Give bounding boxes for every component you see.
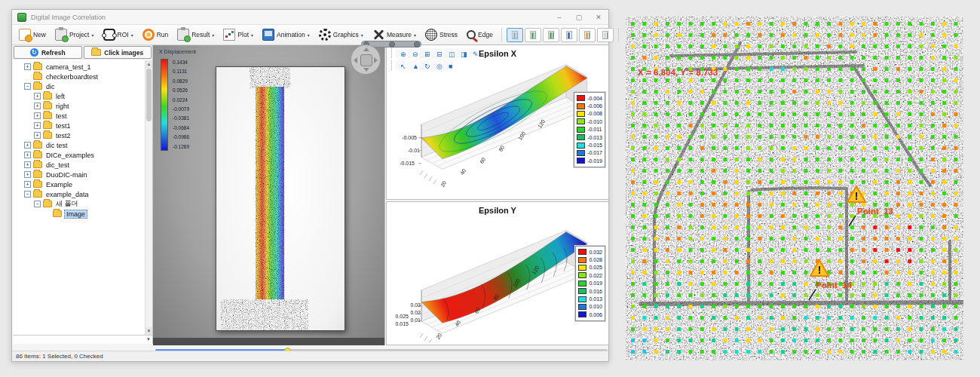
measurement-dot: [642, 22, 646, 26]
tree-item-right[interactable]: +right: [13, 101, 145, 111]
select-icon[interactable]: ↖: [395, 60, 406, 70]
layout-button-6[interactable]: [597, 28, 614, 42]
tree-item-left[interactable]: +left: [13, 91, 145, 101]
plot-button[interactable]: Plot▾: [219, 26, 257, 43]
measurement-dot: [942, 169, 946, 173]
tree-expand-icon[interactable]: +: [24, 161, 31, 168]
tree-scrollbar[interactable]: ▲ ▼: [145, 60, 152, 335]
tree-expand-icon[interactable]: +: [34, 132, 41, 139]
minimize-button[interactable]: –: [550, 11, 569, 24]
scrollbar-thumb[interactable]: [146, 69, 152, 121]
tile-vertical-icon[interactable]: ⊟: [431, 48, 442, 58]
maximize-button[interactable]: ▢: [569, 11, 589, 24]
layout-button-2[interactable]: [525, 28, 541, 42]
tree-expand-icon[interactable]: +: [24, 142, 31, 149]
tree-expand-icon[interactable]: +: [24, 171, 31, 178]
scroll-down-icon[interactable]: ▼: [145, 327, 152, 335]
legend-swatch: [577, 150, 585, 156]
measurement-dot: [642, 293, 646, 297]
layout-button-3[interactable]: [543, 28, 559, 42]
measurement-dot: [746, 56, 750, 60]
pointer-icon[interactable]: ▲: [407, 60, 418, 70]
tree-item-dic[interactable]: −dic: [13, 81, 145, 91]
layout-button-1[interactable]: [507, 28, 523, 42]
measurement-dot: [942, 56, 946, 60]
measurement-dot: [804, 316, 808, 320]
result-button[interactable]: Result▾: [173, 26, 218, 43]
measurement-dot: [816, 327, 819, 331]
close-button[interactable]: ✕: [589, 11, 608, 24]
tree-expand-icon[interactable]: +: [24, 181, 31, 188]
tree-expand-icon[interactable]: +: [24, 152, 31, 158]
tree-item-test2[interactable]: +test2: [13, 130, 145, 140]
tree-expand-icon[interactable]: −: [24, 83, 31, 90]
title-bar[interactable]: Digital Image Correlation –▢✕: [12, 10, 608, 24]
measurement-dot: [770, 316, 773, 320]
legend-value: -0.015: [587, 143, 602, 148]
nav-up-icon[interactable]: [363, 48, 369, 51]
chevron-down-icon: ▾: [251, 32, 253, 38]
splitter-knob[interactable]: [389, 41, 395, 48]
tree-item-dice_examples[interactable]: +DICe_examples: [13, 150, 145, 160]
roi-button[interactable]: ROI▾: [100, 26, 137, 43]
speckle-inspection-image[interactable]: !! X = 6.804, Y = 8.733 Point_13 Point_1…: [626, 17, 963, 360]
measurement-dot: [631, 112, 635, 116]
measurement-dot: [735, 350, 739, 354]
click-images-button[interactable]: Click images: [84, 46, 152, 59]
nav-down-icon[interactable]: [363, 68, 369, 72]
measurement-dot: [850, 271, 854, 274]
tree-item-example[interactable]: +Example: [13, 179, 145, 189]
stop-icon[interactable]: ■: [443, 60, 454, 70]
tree-item-dic-test[interactable]: +dic test: [13, 140, 145, 150]
measurement-dot: [885, 78, 889, 82]
image-viewer-panel[interactable]: X Displacement 0.14340.11310.08290.05260…: [153, 45, 385, 345]
target-icon[interactable]: ◎: [431, 60, 442, 70]
tree-expand-icon[interactable]: +: [34, 93, 41, 100]
layout-button-5[interactable]: [579, 28, 596, 42]
tree-item-image[interactable]: Image: [13, 209, 145, 219]
tree-expand-icon[interactable]: +: [34, 112, 41, 119]
tree-expand-icon[interactable]: +: [24, 63, 31, 70]
tree-item-duodic-main[interactable]: +DuoDIC-main: [13, 170, 145, 179]
split-view-icon[interactable]: ◫: [443, 48, 454, 58]
3d-navigation-pad[interactable]: [351, 44, 381, 75]
zoom-out-icon[interactable]: ⊖: [407, 48, 418, 58]
run-button[interactable]: Run: [139, 26, 173, 43]
measurement-dot: [723, 339, 727, 342]
tree-item-test1[interactable]: +test1: [13, 121, 145, 130]
tree-bottom-combo[interactable]: ▼: [13, 335, 152, 344]
tree-expand-icon[interactable]: +: [34, 122, 41, 129]
nav-left-icon[interactable]: [354, 57, 357, 63]
measurement-dot: [770, 90, 773, 93]
tree-expand-icon[interactable]: +: [34, 103, 41, 109]
measurement-dot: [746, 44, 750, 48]
tree-item--[interactable]: −새 폴더: [13, 199, 145, 209]
zoom-in-icon[interactable]: ⊕: [395, 48, 406, 58]
tree-item-test[interactable]: +test: [13, 111, 145, 121]
tree-expand-icon[interactable]: −: [34, 201, 41, 207]
measurement-dot: [689, 214, 693, 218]
animation-button[interactable]: Animation▾: [259, 26, 314, 43]
nav-center-button[interactable]: [360, 54, 372, 66]
tile-horizontal-icon[interactable]: ⊞: [419, 48, 430, 58]
refresh-button[interactable]: ↻ Refresh: [14, 46, 82, 59]
nav-right-icon[interactable]: [374, 57, 378, 63]
specimen-image[interactable]: [216, 66, 345, 331]
tree-item-example_data[interactable]: −example_data: [13, 189, 145, 199]
graphics-button[interactable]: Graphics▾: [315, 26, 367, 43]
rotate-icon[interactable]: ↻: [419, 60, 430, 70]
tree-item-checkerboardtest[interactable]: checkerboardtest: [13, 72, 145, 81]
stress-button[interactable]: Stress: [421, 26, 461, 43]
annotate-icon[interactable]: ✎: [467, 48, 478, 58]
tree-expand-icon[interactable]: −: [24, 191, 31, 198]
pane-view-icon[interactable]: ◨: [455, 48, 466, 58]
tree-item-dic_test[interactable]: +dic_test: [13, 160, 145, 170]
new-button[interactable]: New: [15, 26, 50, 43]
tree-item-camera_test_1[interactable]: +camera_test_1: [13, 62, 145, 72]
measurement-dot: [758, 350, 761, 354]
splitter-knob[interactable]: [414, 41, 420, 48]
layout-button-4[interactable]: [561, 28, 577, 42]
project-button[interactable]: Project▾: [51, 26, 97, 43]
scroll-up-icon[interactable]: ▲: [145, 60, 152, 68]
edge-button[interactable]: Edge: [463, 28, 497, 41]
